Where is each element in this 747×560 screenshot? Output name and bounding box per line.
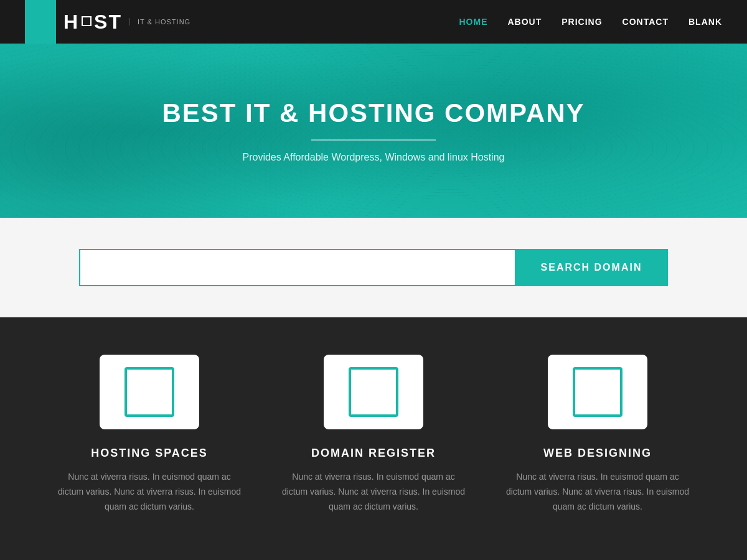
header: H ST IT & HOSTING HOME ABOUT PRICING CON… xyxy=(0,0,747,44)
logo-sub: IT & HOSTING xyxy=(129,18,190,26)
hosting-icon xyxy=(125,367,174,417)
logo-box xyxy=(25,0,56,44)
feature-desc-domain: Nunc at viverra risus. In euismod quam a… xyxy=(280,470,467,514)
feature-card-domain: DOMAIN REGISTER Nunc at viverra risus. I… xyxy=(280,355,467,514)
hero-title: BEST IT & HOSTING COMPANY xyxy=(162,98,585,128)
nav-item-about[interactable]: ABOUT xyxy=(507,17,542,27)
main-nav: HOME ABOUT PRICING CONTACT BLANK xyxy=(459,17,722,27)
nav-item-contact[interactable]: CONTACT xyxy=(622,17,669,27)
domain-search-input[interactable] xyxy=(79,249,515,286)
logo-main: H ST xyxy=(63,11,122,34)
webdesign-icon xyxy=(573,367,622,417)
feature-icon-box-webdesign xyxy=(548,355,647,429)
feature-desc-hosting: Nunc at viverra risus. In euismod quam a… xyxy=(56,470,243,514)
features-section: HOSTING SPACES Nunc at viverra risus. In… xyxy=(0,317,747,560)
logo-text-wrapper: H ST IT & HOSTING xyxy=(56,11,190,34)
nav-item-blank[interactable]: BLANK xyxy=(688,17,722,27)
hero-divider xyxy=(311,139,436,141)
hero-section: BEST IT & HOSTING COMPANY Provides Affor… xyxy=(0,44,747,218)
feature-title-webdesign: WEB DESIGNING xyxy=(543,447,652,460)
feature-icon-box-hosting xyxy=(100,355,199,429)
feature-card-hosting: HOSTING SPACES Nunc at viverra risus. In… xyxy=(56,355,243,514)
logo-area: H ST IT & HOSTING xyxy=(25,0,190,44)
search-domain-button[interactable]: SEARCH DOMAIN xyxy=(515,249,669,286)
hero-subtitle: Provides Affordable Wordpress, Windows a… xyxy=(243,152,505,163)
logo-square-icon xyxy=(82,16,92,26)
nav-item-pricing[interactable]: PRICING xyxy=(561,17,602,27)
feature-desc-webdesign: Nunc at viverra risus. In euismod quam a… xyxy=(504,470,691,514)
feature-title-hosting: HOSTING SPACES xyxy=(91,447,208,460)
search-section: SEARCH DOMAIN xyxy=(0,218,747,317)
domain-icon xyxy=(349,367,398,417)
feature-card-webdesign: WEB DESIGNING Nunc at viverra risus. In … xyxy=(504,355,691,514)
feature-icon-box-domain xyxy=(324,355,423,429)
feature-title-domain: DOMAIN REGISTER xyxy=(311,447,436,460)
nav-item-home[interactable]: HOME xyxy=(459,17,487,27)
